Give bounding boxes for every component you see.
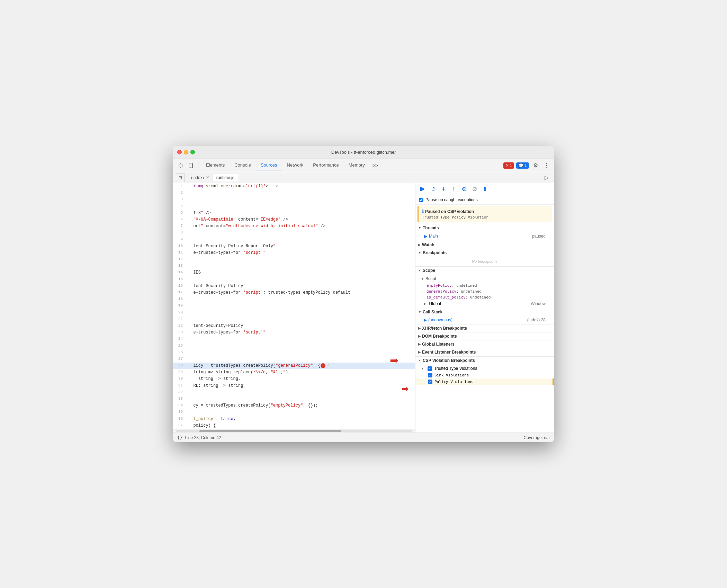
csp-sink-violations-item[interactable]: ✓ Sink Violations xyxy=(415,372,554,378)
csp-breakpoints-triangle-icon: ▼ xyxy=(418,359,421,362)
tab-sources[interactable]: Sources xyxy=(256,160,282,170)
scope-global-row[interactable]: ▶ Global Window xyxy=(415,300,554,307)
coverage-text: Coverage: n/a xyxy=(524,435,550,440)
error-indicator: ✕ xyxy=(321,363,325,368)
breakpoints-label: Breakpoints xyxy=(423,250,447,255)
horizontal-scrollbar[interactable] xyxy=(173,429,415,433)
devtools-window: DevTools - tt-enforced.glitch.me/ ⬡ Elem… xyxy=(173,146,554,442)
tab-performance[interactable]: Performance xyxy=(308,160,343,170)
code-line-22: 22 tent-Security-Policy" xyxy=(173,323,415,329)
code-line-8: 8 xyxy=(173,230,415,236)
scope-var-3: is_default_policy: undefined xyxy=(415,294,554,300)
main-thread-item[interactable]: ▶ Main paused xyxy=(415,232,554,240)
run-snippet-icon[interactable]: ▷ xyxy=(542,173,551,182)
threads-section-header[interactable]: ▼ Threads xyxy=(415,224,554,232)
csp-breakpoints-label: CSP Violation Breakpoints xyxy=(423,358,475,363)
file-tabs-bar: ⊡ (index) ✕ runtime.js ▷ xyxy=(173,172,554,183)
file-tab-index[interactable]: (index) ✕ xyxy=(188,174,213,181)
code-line-36: 36 t_policy = false; xyxy=(173,416,415,422)
code-line-19: 19 xyxy=(173,303,415,309)
step-button[interactable] xyxy=(460,185,469,194)
code-line-26: 26 xyxy=(173,349,415,356)
deactivate-breakpoints-button[interactable] xyxy=(470,185,479,194)
main-thread-label: Main xyxy=(429,234,438,239)
scope-var-1: emptyPolicy: undefined xyxy=(415,283,554,288)
breakpoints-triangle-icon: ▼ xyxy=(418,251,421,255)
code-line-5: 5 f-8" /> xyxy=(173,210,415,216)
scrollbar-thumb[interactable] xyxy=(199,430,341,432)
code-line-4: 4 xyxy=(173,203,415,210)
csp-policy-checkbox[interactable]: ✓ xyxy=(428,380,432,384)
csp-sink-label: Sink Violations xyxy=(434,373,469,377)
cursor-icon[interactable]: ⬡ xyxy=(176,161,185,170)
dom-expand-icon: ▶ xyxy=(418,335,421,338)
dom-breakpoints-header[interactable]: ▶ DOM Breakpoints xyxy=(415,332,554,340)
csp-trusted-type-item[interactable]: ▼ ✓ Trusted Type Violations xyxy=(415,365,554,372)
scope-global-label: Global xyxy=(429,301,441,306)
mobile-icon[interactable] xyxy=(186,161,195,170)
code-line-37: 37 policy) { xyxy=(173,422,415,429)
file-tab-runtime[interactable]: runtime.js xyxy=(213,174,238,181)
main-thread-arrow-icon: ▶ xyxy=(424,233,428,239)
more-tabs-button[interactable]: >> xyxy=(370,163,381,168)
step-out-button[interactable] xyxy=(449,185,458,194)
watch-section-header[interactable]: ▶ Watch xyxy=(415,241,554,249)
code-panel: 1 <img src=1 onerror='alert(1)'> --> 2 3… xyxy=(173,183,415,433)
event-listener-breakpoints-header[interactable]: ▶ Event Listener Breakpoints xyxy=(415,348,554,356)
pause-on-exceptions-button[interactable]: ⏸ xyxy=(481,185,490,194)
svg-marker-10 xyxy=(453,187,455,188)
tab-elements[interactable]: Elements xyxy=(201,160,230,170)
info-circle-icon: ℹ xyxy=(422,209,424,214)
csp-policy-violations-item[interactable]: ✓ Policy Violations xyxy=(415,378,554,385)
minimize-button[interactable] xyxy=(184,150,188,154)
no-breakpoints-text: No breakpoints xyxy=(415,257,554,266)
format-icon[interactable]: {} xyxy=(177,435,182,440)
window-title: DevTools - tt-enforced.glitch.me/ xyxy=(331,150,396,155)
code-line-28: 28 licy = trustedTypes.createPolicy("gen… xyxy=(173,363,415,369)
close-index-tab[interactable]: ✕ xyxy=(206,175,209,180)
info-badge[interactable]: 💬 1 xyxy=(516,162,529,169)
settings-icon[interactable]: ⚙ xyxy=(531,161,540,170)
tab-memory[interactable]: Memory xyxy=(344,160,370,170)
xhr-breakpoints-header[interactable]: ▶ XHR/fetch Breakpoints xyxy=(415,324,554,332)
csp-warning-box: ℹ Paused on CSP violation Trusted Type P… xyxy=(418,206,552,222)
call-stack-section-header[interactable]: ▼ Call Stack xyxy=(415,308,554,316)
csp-breakpoints-header[interactable]: ▼ CSP Violation Breakpoints xyxy=(415,356,554,364)
step-over-button[interactable] xyxy=(429,185,438,194)
pause-caught-checkbox[interactable] xyxy=(419,198,423,202)
event-listener-expand-icon: ▶ xyxy=(418,350,421,354)
call-stack-item-1[interactable]: ▶ (anonymous) (index):28 xyxy=(415,317,554,323)
close-button[interactable] xyxy=(177,150,182,154)
panel-expand-icon[interactable]: ⊡ xyxy=(176,173,185,182)
csp-breakpoints-section: ▼ CSP Violation Breakpoints ▼ ✓ Trusted … xyxy=(415,356,554,386)
global-listeners-header[interactable]: ▶ Global Listeners xyxy=(415,340,554,348)
tab-network[interactable]: Network xyxy=(282,160,308,170)
code-line-6: 6 "X-UA-Compatible" content="IE=edge" /> xyxy=(173,216,415,223)
scope-script-triangle-icon: ▼ xyxy=(421,277,424,280)
code-line-18: 18 xyxy=(173,296,415,303)
csp-sink-checkbox[interactable]: ✓ xyxy=(428,373,432,377)
code-line-14: 14 IES xyxy=(173,269,415,276)
scope-script-label: Script xyxy=(425,276,436,281)
pause-caught-label: Pause on caught exceptions xyxy=(425,197,478,202)
scope-script-header[interactable]: ▼ Script xyxy=(415,275,554,283)
csp-trusted-type-checkbox[interactable]: ✓ xyxy=(428,366,432,371)
scope-section-header[interactable]: ▼ Scope xyxy=(415,266,554,274)
csp-policy-label: Policy Violations xyxy=(434,380,474,384)
global-listeners-expand-icon: ▶ xyxy=(418,342,421,346)
scrollbar-track[interactable] xyxy=(176,430,412,432)
breakpoints-section-header[interactable]: ▼ Breakpoints xyxy=(415,249,554,257)
svg-marker-12 xyxy=(464,188,465,190)
tab-console[interactable]: Console xyxy=(230,160,256,170)
info-count: 1 xyxy=(524,163,527,168)
maximize-button[interactable] xyxy=(190,150,195,154)
pause-caught-row: Pause on caught exceptions xyxy=(415,195,554,205)
code-editor[interactable]: 1 <img src=1 onerror='alert(1)'> --> 2 3… xyxy=(173,183,415,429)
step-into-button[interactable] xyxy=(439,185,448,194)
csp-trusted-type-triangle-icon: ▼ xyxy=(421,367,424,370)
error-badge[interactable]: ✕ 1 xyxy=(503,162,514,169)
more-options-icon[interactable]: ⋮ xyxy=(542,161,551,170)
separator-1 xyxy=(198,162,198,169)
call-stack-label: Call Stack xyxy=(423,310,442,314)
resume-button[interactable] xyxy=(418,185,427,194)
